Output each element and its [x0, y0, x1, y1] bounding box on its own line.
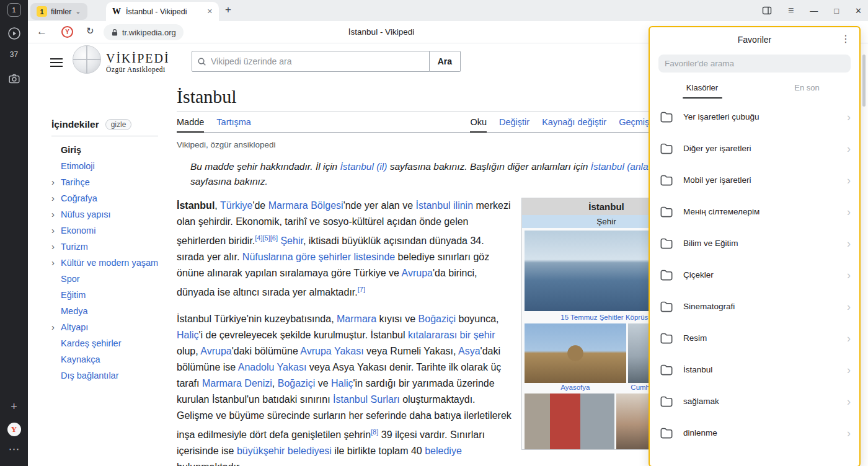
wiki-link[interactable]: Haliç [331, 378, 353, 389]
toc-item[interactable]: Kardeş şehirler [51, 335, 175, 351]
infobox-image-tram[interactable] [525, 393, 614, 449]
wiki-link[interactable]: Marmara Bölgesi [268, 200, 343, 211]
toc-item-label[interactable]: Kültür ve modern yaşam [61, 258, 158, 268]
toc-item-label[interactable]: Coğrafya [61, 193, 97, 203]
wiki-link[interactable]: Marmara Denizi [202, 378, 272, 389]
toc-item[interactable]: Dış bağlantılar [51, 367, 175, 384]
tab-group-chip[interactable]: 1 filmler ⌄ [30, 3, 87, 20]
chevron-right-icon[interactable]: › [51, 222, 61, 239]
favorites-folder-row[interactable]: Resim› [650, 322, 859, 354]
wiki-link[interactable]: belediye [425, 446, 462, 456]
favorites-folder-row[interactable]: dinlenme› [650, 417, 859, 449]
favorites-folder-row[interactable]: Bilim ve Eğitim› [650, 227, 859, 259]
reference-link[interactable]: [4][5][6] [255, 234, 278, 242]
wiki-search-button[interactable]: Ara [430, 51, 461, 72]
toc-item[interactable]: ›Ekonomi [51, 222, 175, 239]
toc-item-label[interactable]: Eğitim [61, 290, 86, 300]
wiki-link[interactable]: Haliç [177, 330, 199, 340]
wiki-link[interactable]: Avrupa [200, 346, 231, 356]
toc-item-label[interactable]: Ekonomi [61, 226, 95, 235]
wiki-link[interactable]: İstanbul (il) [340, 161, 388, 172]
toc-item[interactable]: ›Coğrafya [51, 190, 175, 206]
toc-item[interactable]: Eğitim [51, 287, 175, 303]
toc-item[interactable]: ›Altyapı [51, 319, 175, 335]
tab-group-indicator[interactable]: 1 [0, 3, 28, 17]
favorites-tab[interactable]: En son [755, 76, 859, 99]
panel-scrollbar-thumb[interactable] [862, 55, 866, 107]
toc-item[interactable]: ›Kültür ve modern yaşam [51, 255, 175, 271]
toc-item[interactable]: Kaynakça [51, 351, 175, 367]
wiki-menu-button[interactable] [50, 58, 63, 67]
wikipedia-wordmark[interactable]: VİKİPEDİ Özgür Ansiklopedi [106, 52, 170, 73]
rail-counter-badge[interactable]: 37 [0, 50, 28, 59]
yandex-search-button[interactable]: Y [61, 26, 73, 38]
toc-item-label[interactable]: Altyapı [61, 322, 88, 332]
wiki-link[interactable]: Asya [458, 346, 480, 356]
wiki-link[interactable]: Nüfuslarına göre şehirler listesinde [242, 252, 395, 262]
wiki-link[interactable]: Boğaziçi [278, 378, 315, 389]
toc-item[interactable]: Spor [51, 271, 175, 287]
toc-item-label[interactable]: Tarihçe [61, 177, 90, 187]
toc-item-label[interactable]: Dış bağlantılar [61, 371, 119, 380]
chevron-right-icon[interactable]: › [51, 239, 61, 255]
chevron-right-icon[interactable]: › [51, 255, 61, 271]
window-minimize-button[interactable]: — [810, 6, 818, 15]
favorites-folder-row[interactable]: Çiçekler› [650, 259, 859, 291]
side-panel-toggle-button[interactable] [762, 6, 772, 15]
chevron-right-icon[interactable]: › [51, 319, 61, 335]
toc-item[interactable]: ›Turizm [51, 239, 175, 255]
reference-link[interactable]: [8] [371, 428, 378, 436]
chevron-right-icon[interactable]: › [51, 206, 61, 222]
wiki-link[interactable]: kıtalararası bir şehir [408, 330, 495, 340]
favorites-folder-row[interactable]: Менің сілтемелерім› [650, 196, 859, 227]
chevron-right-icon[interactable]: › [51, 190, 61, 206]
toc-item-label[interactable]: Nüfus yapısı [61, 209, 111, 219]
toc-item[interactable]: ›Tarihçe [51, 174, 175, 190]
refresh-button[interactable]: ↻ [86, 25, 94, 37]
toc-item-label[interactable]: Kardeş şehirler [61, 338, 122, 348]
view-tab[interactable]: Değiştir [499, 117, 529, 132]
tab-group-count-badge[interactable]: 1 [7, 3, 21, 17]
toc-item[interactable]: ›Nüfus yapısı [51, 206, 175, 222]
wiki-link[interactable]: Boğaziçi [418, 314, 456, 324]
browser-menu-button[interactable]: ≡ [788, 5, 794, 16]
wiki-search-input[interactable] [211, 56, 424, 66]
toc-item[interactable]: Giriş [51, 142, 175, 158]
wiki-link[interactable]: Avrupa [402, 268, 433, 278]
video-panel-button[interactable] [0, 26, 28, 41]
infobox-image-ayasofya[interactable] [525, 323, 626, 383]
close-tab-icon[interactable]: ✕ [207, 7, 213, 15]
rail-overflow-button[interactable]: ⋯ [0, 442, 28, 456]
wiki-link[interactable]: büyükşehir belediyesi [237, 446, 332, 456]
wiki-link[interactable]: Anadolu Yakası [238, 362, 307, 372]
favorites-folder-row[interactable]: Mobil yer işaretleri› [650, 164, 859, 196]
namespace-tab[interactable]: Madde [177, 117, 204, 133]
wiki-search-box[interactable] [192, 51, 430, 72]
chevron-right-icon[interactable]: › [51, 174, 61, 190]
url-field[interactable]: tr.wikipedia.org [104, 24, 184, 40]
toc-item-label[interactable]: Kaynakça [61, 354, 100, 364]
favorites-folder-row[interactable]: Diğer yer işaretleri› [650, 133, 859, 164]
kebab-menu-icon[interactable]: ⋮ [841, 33, 851, 45]
wiki-link[interactable]: Marmara [337, 314, 376, 324]
active-tab[interactable]: W İstanbul - Vikipedi ✕ [106, 2, 219, 21]
favorites-folder-row[interactable]: İstanbul› [650, 354, 859, 385]
yandex-logo[interactable]: Y [0, 423, 28, 436]
window-close-button[interactable]: ✕ [855, 6, 862, 15]
view-tab[interactable]: Kaynağı değiştir [542, 117, 606, 132]
wiki-link[interactable]: İstanbul ilinin [416, 200, 474, 211]
wiki-link[interactable]: Türkiye [220, 200, 252, 211]
window-maximize-button[interactable]: □ [834, 6, 839, 15]
toc-hide-button[interactable]: gizle [105, 119, 132, 130]
favorites-folder-row[interactable]: Sinematografi› [650, 291, 859, 322]
namespace-tab[interactable]: Tartışma [216, 117, 251, 132]
toc-item[interactable]: Etimoloji [51, 158, 175, 174]
new-tab-button[interactable]: + [225, 4, 231, 16]
back-button[interactable]: ← [37, 25, 47, 38]
wikipedia-globe-logo[interactable] [73, 45, 101, 74]
reference-link[interactable]: [7] [358, 286, 365, 293]
favorites-tab[interactable]: Klasörler [650, 76, 755, 99]
toc-item-label[interactable]: Turizm [61, 242, 88, 252]
favorites-search-input[interactable] [658, 55, 851, 73]
wiki-link[interactable]: Şehir [280, 235, 303, 246]
